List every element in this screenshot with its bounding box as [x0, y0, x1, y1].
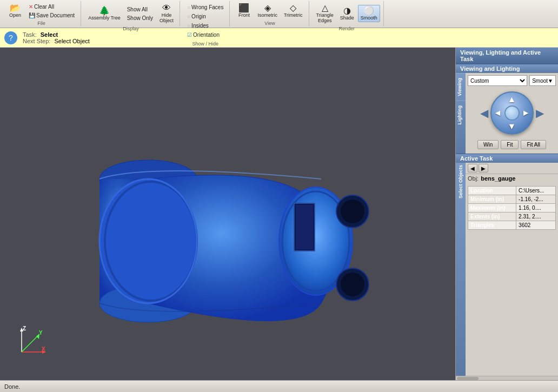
task-value: Select — [41, 31, 58, 38]
assembly-tree-button[interactable]: 🌲 Assembly Tree — [85, 5, 123, 22]
wrong-faces-checkbox[interactable]: ○ Wrong Faces — [184, 3, 226, 11]
svg-line-21 — [22, 336, 38, 352]
table-header: Location — [468, 187, 516, 195]
viewing-tab[interactable]: Viewing — [456, 73, 466, 101]
smooth-icon: ⚪ — [363, 6, 374, 15]
task-info: Task: Select Next Step: Select Object — [23, 31, 90, 44]
view-group: ⬛ Front ◈ Isometric ◇ Trimetric View — [231, 1, 309, 26]
table-cell: Minimum (in) — [468, 195, 516, 204]
clear-all-button[interactable]: ✕ Clear All — [26, 3, 77, 11]
obj-label: Obj: — [468, 175, 479, 182]
table-row: Extents (in)2.31, 2.... — [468, 212, 556, 221]
nav-right-arrow[interactable]: ▶ — [536, 107, 544, 119]
nav-right-inner-arrow[interactable]: ► — [522, 108, 530, 118]
front-icon: ⬛ — [238, 4, 249, 12]
shade-button[interactable]: ◑ Shade — [337, 5, 357, 22]
file-label: File — [37, 21, 45, 26]
showhide-label: Show / Hide — [192, 41, 218, 46]
panel-nav: ◀ ▶ — [466, 163, 558, 174]
view-label: View — [264, 21, 275, 26]
showhide-group: ○ Wrong Faces ○ Origin ○ Insides ☑ Orien… — [181, 1, 230, 26]
nav-down-arrow[interactable]: ▼ — [508, 122, 516, 131]
properties-table: LocationC:\Users...Minimum (in)-1.16, -2… — [468, 186, 556, 230]
view-row: ⬛ Front ◈ Isometric ◇ Trimetric — [234, 2, 305, 19]
triangle-icon: △ — [322, 4, 328, 12]
svg-point-12 — [341, 200, 364, 223]
svg-text:X: X — [42, 346, 45, 352]
iso-icon: ◈ — [264, 4, 271, 12]
triangle-edges-button[interactable]: △ TriangleEdges — [314, 2, 336, 25]
smooth-dropdown[interactable]: Smoot▼ — [529, 75, 556, 86]
redo-button[interactable]: ▶ — [479, 164, 488, 172]
task-label: Task: — [23, 31, 37, 38]
render-group: △ TriangleEdges ◑ Shade ⚪ Smooth Render — [310, 1, 384, 26]
nav-wheel-container: ◀ ▲ ▼ ◄ ► ▶ — [468, 88, 556, 138]
fit-all-button[interactable]: Fit All — [521, 140, 546, 149]
select-objects-tab[interactable]: Select Objects — [456, 163, 466, 376]
display-label: Display — [123, 26, 139, 31]
next-step-label: Next Step: — [23, 38, 50, 44]
table-row: Triangles3602 — [468, 221, 556, 230]
win-button[interactable]: Win — [477, 140, 499, 149]
display-group: 🌲 Assembly Tree Show All Show Only 👁 Hid… — [82, 1, 180, 26]
isometric-button[interactable]: ◈ Isometric — [255, 2, 280, 19]
panel-scrollbar-area[interactable] — [456, 376, 558, 380]
nav-wheel[interactable]: ▲ ▼ ◄ ► — [490, 91, 534, 135]
clear-all-icon: ✕ — [29, 4, 33, 10]
next-step-value: Select Object — [54, 38, 89, 44]
svg-rect-9 — [296, 205, 313, 249]
orientation-checkbox[interactable]: ☑ Orientation — [184, 31, 226, 39]
open-button[interactable]: 📂 Open — [5, 2, 25, 19]
trimetric-button[interactable]: ◇ Trimetric — [281, 2, 305, 19]
custom-dropdown[interactable]: Custom — [468, 75, 527, 86]
svg-text:Y: Y — [39, 330, 43, 336]
status-text: Done. — [4, 383, 20, 390]
active-task-title: Active Task — [456, 154, 558, 163]
table-cell: Triangles — [468, 221, 516, 230]
hide-object-button[interactable]: 👁 HideObject — [157, 2, 176, 25]
render-label: Render — [338, 26, 355, 31]
nav-left-arrow[interactable]: ◀ — [480, 107, 488, 119]
statusbar: Done. — [0, 380, 558, 392]
tri-icon: ◇ — [290, 4, 296, 12]
panel-title: Viewing, Lighting and Active Task — [456, 48, 558, 64]
panel-scrollbar-thumb — [457, 377, 479, 380]
viewing-lighting-body: Viewing Lighting Custom Smoot▼ ◀ — [456, 73, 558, 154]
main-area: Z X Y Viewing, Lighting and Active Task … — [0, 48, 558, 380]
hide-icon: 👁 — [162, 4, 171, 12]
front-button[interactable]: ⬛ Front — [234, 2, 254, 19]
shade-icon: ◑ — [343, 6, 351, 15]
lighting-tab[interactable]: Lighting — [456, 101, 466, 129]
nav-left-inner-arrow[interactable]: ◄ — [494, 108, 502, 118]
properties-table-container: LocationC:\Users...Minimum (in)-1.16, -2… — [466, 185, 558, 376]
file-group: 📂 Open ✕ Clear All 💾 Save Document File — [2, 1, 81, 26]
undo-button[interactable]: ◀ — [468, 164, 477, 172]
smooth-button[interactable]: ⚪ Smooth — [358, 5, 380, 22]
nav-center[interactable] — [504, 105, 520, 121]
origin-checkbox[interactable]: ○ Origin — [184, 12, 226, 21]
insides-checkbox[interactable]: ○ Insides — [184, 22, 226, 30]
active-task-content: ◀ ▶ Obj: bens_gauge LocationC:\Users...M… — [466, 163, 558, 376]
save-icon: 💾 — [29, 12, 35, 18]
toolbar: 📂 Open ✕ Clear All 💾 Save Document File … — [0, 0, 558, 28]
fit-button[interactable]: Fit — [501, 140, 519, 149]
table-cell: 2.31, 2.... — [516, 212, 556, 221]
nav-up-arrow[interactable]: ▲ — [508, 95, 516, 104]
viewing-lighting-title: Viewing and Lighting — [456, 64, 558, 73]
viewport[interactable]: Z X Y — [0, 48, 455, 380]
save-doc-button[interactable]: 💾 Save Document — [26, 11, 77, 19]
table-cell: 1.16, 0.... — [516, 204, 556, 212]
task-icon: ? — [4, 31, 17, 44]
svg-point-14 — [341, 273, 364, 296]
table-row: Minimum (in)-1.16, -2... — [468, 195, 556, 204]
open-icon: 📂 — [10, 4, 21, 12]
table-cell: -1.16, -2... — [516, 195, 556, 204]
view-lighting-tabs: Viewing Lighting — [456, 73, 466, 154]
file-row: 📂 Open ✕ Clear All 💾 Save Document — [5, 2, 77, 19]
show-all-button[interactable]: Show All — [124, 5, 156, 14]
show-only-button[interactable]: Show Only — [124, 14, 156, 22]
active-task-body: Select Objects ◀ ▶ Obj: bens_gauge — [456, 163, 558, 376]
tree-icon: 🌲 — [99, 6, 110, 15]
axis-svg: Z X Y — [11, 325, 49, 357]
table-row: Maximum (in)1.16, 0.... — [468, 204, 556, 212]
